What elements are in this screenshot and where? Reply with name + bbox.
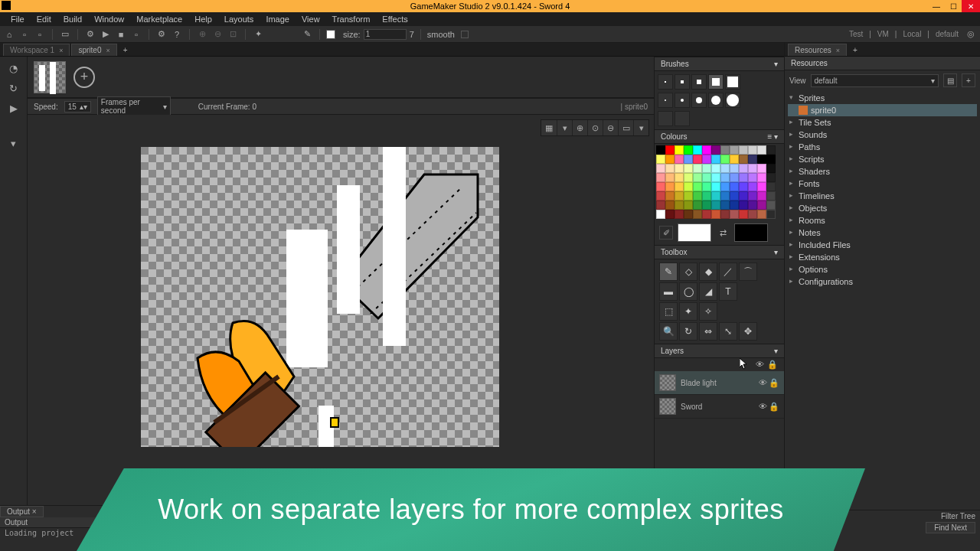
colour-swatch[interactable]	[739, 155, 748, 164]
zoom-reset-icon[interactable]: ⊙	[587, 120, 603, 135]
fill-tool[interactable]: ◆	[699, 262, 717, 281]
docking-icon[interactable]: ✦	[252, 28, 264, 41]
colour-swatch[interactable]	[693, 201, 702, 210]
zoomout-icon[interactable]: ⊖	[211, 28, 224, 41]
colour-swatch[interactable]	[656, 210, 665, 219]
layer-row[interactable]: Blade light👁🔒	[655, 371, 784, 395]
colour-swatch[interactable]	[675, 191, 684, 201]
colour-swatch[interactable]	[711, 164, 720, 173]
colour-swatch[interactable]	[748, 182, 757, 191]
colour-swatch[interactable]	[665, 182, 675, 191]
help-icon[interactable]: ?	[171, 28, 183, 41]
colour-swatch[interactable]	[702, 191, 711, 201]
colour-swatch[interactable]	[665, 173, 675, 182]
colour-swatch[interactable]	[656, 201, 665, 210]
colour-swatch[interactable]	[748, 191, 757, 201]
view-list-icon[interactable]: ▤	[943, 73, 957, 87]
target-icon[interactable]: ◎	[965, 28, 977, 41]
colour-swatch[interactable]	[693, 191, 702, 201]
colour-swatch[interactable]	[675, 173, 684, 182]
tree-node[interactable]: Included Files	[788, 239, 977, 251]
colour-swatch[interactable]	[739, 173, 748, 182]
eraser-tool[interactable]: ◇	[679, 262, 697, 281]
colour-swatch[interactable]	[739, 164, 748, 173]
colour-swatch[interactable]	[675, 201, 684, 210]
tree-node[interactable]: Scripts	[788, 153, 977, 165]
colour-swatch[interactable]	[656, 182, 665, 191]
colour-swatch[interactable]	[720, 164, 730, 173]
loop-icon[interactable]: ↻	[7, 81, 21, 95]
colour-swatch[interactable]	[766, 182, 776, 191]
eyedropper-icon[interactable]: ✐	[659, 226, 673, 240]
brush[interactable]	[675, 111, 690, 126]
brush[interactable]	[725, 93, 740, 108]
play-icon[interactable]: ▶	[7, 101, 21, 115]
new-icon[interactable]: ▫	[18, 28, 31, 41]
ellipse-tool[interactable]: ◯	[679, 282, 697, 301]
colour-swatch[interactable]	[711, 182, 720, 191]
open-icon[interactable]: ▫	[34, 28, 46, 41]
brush[interactable]	[658, 93, 673, 108]
colour-swatch[interactable]	[702, 201, 711, 210]
color-swatch-icon[interactable]	[326, 30, 335, 39]
colour-swatch[interactable]	[656, 173, 665, 182]
polygon-tool[interactable]: ◢	[699, 282, 717, 301]
onion-icon[interactable]: ◔	[7, 61, 21, 75]
colour-swatch[interactable]	[684, 210, 693, 219]
brush[interactable]	[691, 74, 707, 90]
colour-swatch[interactable]	[702, 182, 711, 191]
cfg-default[interactable]: default	[936, 30, 959, 38]
home-icon[interactable]: ⌂	[3, 28, 15, 41]
colour-swatch[interactable]	[720, 210, 730, 219]
maximize-button[interactable]: ☐	[945, 0, 962, 12]
colour-swatch[interactable]	[720, 145, 730, 155]
colour-swatch[interactable]	[675, 145, 684, 155]
chevron-down-icon[interactable]: ▾	[774, 60, 778, 68]
menu-window[interactable]: Window	[88, 13, 130, 25]
colour-swatch[interactable]	[720, 201, 730, 210]
brush[interactable]	[708, 74, 724, 90]
menu-help[interactable]: Help	[188, 13, 218, 25]
chevron-down-icon[interactable]: ▾	[774, 347, 778, 355]
colour-swatch[interactable]	[720, 155, 730, 164]
foreground-swatch[interactable]	[678, 223, 711, 242]
zoomin-icon[interactable]: ⊕	[572, 120, 587, 135]
brush[interactable]	[675, 74, 690, 90]
toolbox-header[interactable]: Toolbox▾	[655, 245, 784, 259]
chevron-down-icon[interactable]: ▾	[633, 120, 648, 135]
colour-swatch[interactable]	[656, 191, 665, 201]
debug-icon[interactable]: ⚙	[84, 28, 96, 41]
close-icon[interactable]: ×	[59, 47, 63, 54]
eye-icon[interactable]: 👁	[756, 360, 764, 370]
save-icon[interactable]: ▭	[59, 28, 71, 41]
lock-icon[interactable]: 🔒	[769, 378, 779, 388]
colour-swatch[interactable]	[675, 182, 684, 191]
minimize-button[interactable]: —	[928, 0, 945, 12]
colour-swatch[interactable]	[720, 182, 730, 191]
pencil-tool[interactable]: ✎	[659, 262, 678, 281]
zoomout-icon[interactable]: ⊖	[603, 120, 618, 135]
colour-swatch[interactable]	[730, 145, 739, 155]
colour-swatch[interactable]	[720, 191, 730, 201]
brush[interactable]	[658, 111, 673, 126]
colour-swatch[interactable]	[656, 155, 665, 164]
colour-swatch[interactable]	[730, 173, 739, 182]
colour-swatch[interactable]	[675, 164, 684, 173]
text-tool[interactable]: T	[719, 282, 737, 301]
arc-tool[interactable]: ⌒	[739, 262, 757, 281]
colour-swatch[interactable]	[739, 191, 748, 201]
chevron-down-icon[interactable]: ▾	[7, 136, 21, 150]
colour-swatch[interactable]	[720, 173, 730, 182]
lock-icon[interactable]: 🔒	[767, 360, 778, 370]
background-swatch[interactable]	[734, 223, 768, 242]
colour-swatch[interactable]	[665, 164, 675, 173]
tree-node[interactable]: Timelines	[788, 190, 977, 202]
colour-swatch[interactable]	[665, 145, 675, 155]
menu-transform[interactable]: Transform	[326, 13, 377, 25]
canvas-area[interactable]: ▦ ▾ ⊕ ⊙ ⊖ ▭ ▾	[28, 115, 654, 525]
colour-swatch[interactable]	[748, 164, 757, 173]
colour-swatch[interactable]	[693, 155, 702, 164]
colour-swatch[interactable]	[766, 210, 776, 219]
colour-swatch[interactable]	[757, 155, 766, 164]
zoom-tool[interactable]: 🔍	[659, 322, 678, 341]
